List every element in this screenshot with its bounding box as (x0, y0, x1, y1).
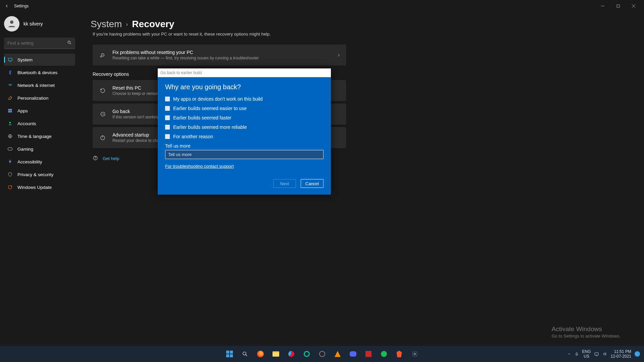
checkbox-label: Earlier builds seemed faster (173, 115, 232, 120)
checkbox-box (165, 134, 170, 139)
explorer-icon[interactable] (269, 347, 283, 361)
support-link[interactable]: For troubleshooting contact support (165, 164, 234, 169)
checkbox-box (165, 115, 170, 120)
app-red-icon[interactable] (362, 347, 375, 361)
taskbar-center (223, 347, 422, 361)
next-button[interactable]: Next (273, 179, 296, 188)
svg-rect-30 (595, 353, 598, 355)
svg-rect-23 (230, 351, 233, 354)
svg-rect-22 (226, 351, 229, 354)
checkbox-label: Earlier builds seemed easier to use (173, 106, 247, 111)
svg-point-26 (243, 352, 246, 355)
dialog-overlay: Go back to earlier build Why are you goi… (0, 0, 644, 346)
reason-checkbox-3[interactable]: Earlier builds seemed more reliable (165, 124, 324, 130)
grammarly-icon[interactable] (300, 347, 313, 361)
checkbox-box (165, 106, 170, 111)
tray-expand-icon[interactable] (567, 352, 571, 356)
svg-rect-24 (226, 354, 229, 357)
start-button[interactable] (223, 347, 236, 361)
settings-taskbar-icon[interactable] (408, 347, 422, 361)
svg-point-28 (414, 353, 415, 355)
checkbox-label: Earlier builds seemed more reliable (173, 124, 247, 130)
microphone-icon[interactable] (575, 352, 579, 356)
watermark-title: Activate Windows (552, 325, 621, 333)
discord-icon[interactable] (346, 347, 360, 361)
svg-rect-29 (576, 352, 577, 354)
checkbox-label: My apps or devices don't work on this bu… (173, 96, 262, 102)
clock[interactable]: 11:51 PM 12-07-2021 (611, 349, 631, 359)
go-back-dialog: Go back to earlier build Why are you goi… (158, 68, 331, 195)
dialog-heading: Why are you going back? (165, 83, 324, 91)
dialog-window-title: Go back to earlier build (158, 68, 331, 77)
vlc-icon[interactable] (331, 347, 344, 361)
tell-us-input[interactable] (165, 150, 324, 159)
taskbar: ENG US 11:51 PM 12-07-2021 (0, 346, 644, 362)
tell-us-label: Tell us more (165, 143, 324, 149)
ccleaner-icon[interactable] (285, 347, 298, 361)
activate-watermark: Activate Windows Go to Settings to activ… (552, 325, 621, 339)
reason-checkbox-4[interactable]: For another reason (165, 134, 324, 139)
brave-icon[interactable] (393, 347, 406, 361)
svg-rect-25 (230, 354, 233, 357)
volume-icon[interactable] (603, 352, 607, 356)
language-switcher[interactable]: ENG US (582, 349, 591, 359)
network-icon[interactable] (594, 352, 599, 356)
firefox-icon[interactable] (254, 347, 267, 361)
obs-icon[interactable] (315, 347, 329, 361)
svg-line-27 (245, 355, 247, 356)
checkbox-label: For another reason (173, 134, 213, 139)
reason-checkbox-1[interactable]: Earlier builds seemed easier to use (165, 106, 324, 111)
reason-checkbox-0[interactable]: My apps or devices don't work on this bu… (165, 96, 324, 102)
spotify-icon[interactable] (377, 347, 391, 361)
taskbar-search-icon[interactable] (238, 347, 252, 361)
checkbox-box (165, 97, 170, 101)
notifications-icon[interactable] (635, 351, 640, 357)
cancel-button[interactable]: Cancel (301, 179, 324, 188)
watermark-subtitle: Go to Settings to activate Windows. (552, 333, 621, 339)
checkbox-box (165, 125, 170, 130)
reason-checkbox-2[interactable]: Earlier builds seemed faster (165, 115, 324, 120)
